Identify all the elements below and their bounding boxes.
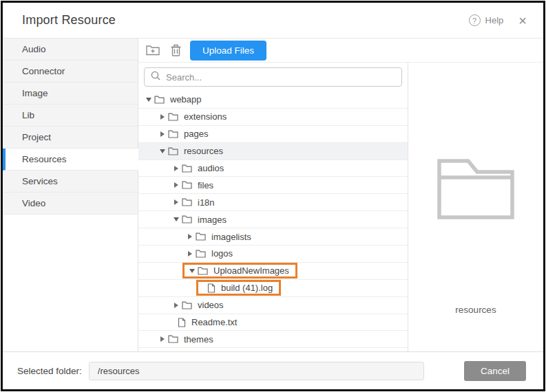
tree-row-extensions[interactable]: extensions (138, 109, 408, 126)
collapse-arrow-icon[interactable] (171, 217, 182, 221)
trash-icon[interactable] (167, 42, 184, 58)
preview-panel: resources (408, 63, 543, 351)
tree-item-label: i18n (198, 197, 215, 208)
new-folder-icon[interactable] (145, 42, 161, 58)
tree-item-label: Readme.txt (191, 317, 237, 327)
cancel-button[interactable]: Cancel (464, 361, 526, 381)
expand-arrow-icon[interactable] (171, 166, 182, 171)
tree-item-label: videos (198, 300, 224, 310)
tree-row-resources[interactable]: resources (138, 143, 408, 160)
tree-item-label: images (198, 215, 227, 225)
folder-icon (182, 215, 192, 224)
tree-row-audios[interactable]: audios (138, 160, 408, 177)
sidebar-item-services[interactable]: Services (3, 171, 138, 193)
selected-folder-input[interactable] (89, 362, 424, 380)
dialog-footer: Selected folder: Cancel (3, 351, 543, 389)
sidebar-item-connector[interactable]: Connector (3, 61, 138, 83)
tree-item-label: extensions (184, 111, 227, 122)
tree-row-logos[interactable]: logos (138, 246, 408, 263)
dialog-header: Import Resource ? Help × (3, 3, 543, 39)
upload-files-button[interactable]: Upload Files (190, 41, 266, 61)
expand-arrow-icon[interactable] (171, 199, 182, 205)
sidebar-item-label: Lib (22, 110, 34, 120)
tree-row-imagelists[interactable]: imagelists (138, 228, 408, 246)
tree-row-readme-txt[interactable]: Readme.txt (138, 314, 408, 331)
tree-row-files[interactable]: files (138, 177, 408, 194)
tree-item-label: build (41).log (221, 283, 273, 293)
sidebar-item-video[interactable]: Video (3, 193, 138, 215)
tree-row-build-41-log[interactable]: build (41).log (138, 280, 408, 297)
sidebar-item-lib[interactable]: Lib (3, 105, 138, 127)
file-tree: webappextensionspagesresourcesaudiosfile… (138, 91, 408, 351)
sidebar-item-label: Services (22, 176, 58, 186)
help-icon: ? (469, 14, 481, 26)
expand-arrow-icon[interactable] (185, 251, 196, 257)
collapse-arrow-icon[interactable] (143, 98, 154, 102)
close-icon[interactable]: × (518, 14, 527, 28)
sidebar-item-label: Image (22, 88, 48, 98)
folder-icon (182, 198, 192, 206)
tree-row-videos[interactable]: videos (138, 297, 408, 314)
sidebar-item-project[interactable]: Project (3, 127, 138, 149)
folder-icon (182, 181, 192, 189)
folder-preview-icon (437, 159, 514, 222)
collapse-arrow-icon[interactable] (157, 149, 168, 153)
collapse-arrow-icon[interactable] (187, 269, 198, 273)
tree-row-uploadnewimages[interactable]: UploadNewImages (138, 263, 408, 280)
search-icon (151, 71, 160, 83)
sidebar-item-label: Project (22, 132, 51, 142)
toolbar: Upload Files (138, 39, 543, 63)
folder-icon (198, 267, 208, 275)
tree-item-label: themes (184, 334, 213, 345)
tree-item-label: imagelists (211, 232, 251, 242)
folder-icon (154, 96, 165, 104)
sidebar-item-resources[interactable]: Resources (3, 149, 138, 171)
sidebar-list: AudioConnectorImageLibProjectResourcesSe… (3, 39, 138, 351)
folder-icon (182, 164, 192, 173)
folder-icon (168, 130, 178, 138)
tree-row-images[interactable]: images (138, 211, 408, 228)
folder-icon (196, 232, 206, 241)
sidebar-item-image[interactable]: Image (3, 83, 138, 105)
folder-icon (168, 113, 178, 121)
help-button[interactable]: ? Help (469, 14, 504, 26)
expand-arrow-icon[interactable] (157, 131, 168, 137)
annotation-highlight-box: UploadNewImages (182, 263, 297, 279)
file-icon (207, 283, 216, 293)
sidebar-item-label: Resources (22, 154, 67, 164)
tree-item-label: pages (184, 129, 208, 139)
folder-icon (168, 147, 178, 155)
tree-item-label: webapp (170, 94, 202, 105)
help-label: Help (485, 15, 504, 25)
tree-row-pages[interactable]: pages (138, 126, 408, 143)
sidebar-item-label: Audio (22, 44, 46, 54)
preview-folder-name: resources (455, 305, 496, 315)
expand-arrow-icon[interactable] (171, 303, 182, 308)
expand-arrow-icon[interactable] (171, 182, 182, 188)
annotation-highlight-box: build (41).log (196, 280, 281, 296)
tree-row-themes[interactable]: themes (138, 331, 408, 348)
tree-item-label: files (198, 180, 213, 190)
tree-item-label: logos (211, 248, 233, 259)
tree-item-label: audios (198, 163, 224, 173)
sidebar-item-label: Video (22, 198, 45, 208)
folder-icon (168, 335, 178, 343)
expand-arrow-icon[interactable] (157, 114, 168, 120)
search-input[interactable] (166, 72, 395, 83)
tree-row-webapp[interactable]: webapp (138, 91, 408, 109)
sidebar-item-label: Connector (22, 66, 65, 76)
tree-item-label: resources (184, 146, 223, 156)
tree-item-label: UploadNewImages (213, 265, 289, 276)
folder-icon (182, 301, 192, 309)
folder-icon (196, 250, 206, 258)
page-title: Import Resource (22, 13, 116, 28)
search-input-box[interactable] (144, 67, 402, 87)
expand-arrow-icon[interactable] (157, 336, 168, 342)
import-resource-dialog: Import Resource ? Help × AudioConnectorI… (1, 1, 545, 391)
selected-folder-label: Selected folder: (17, 366, 82, 376)
expand-arrow-icon[interactable] (185, 234, 196, 239)
tree-row-i18n[interactable]: i18n (138, 194, 408, 211)
file-icon (178, 318, 186, 327)
sidebar-item-audio[interactable]: Audio (3, 39, 138, 61)
